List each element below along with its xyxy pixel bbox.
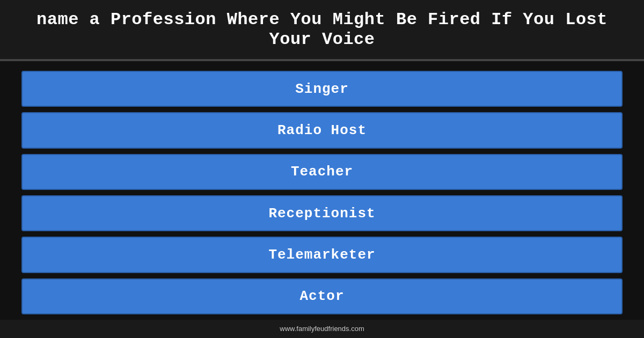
answer-row-4[interactable]: Receptionist: [21, 195, 623, 231]
answer-label-4: Receptionist: [268, 205, 375, 222]
answer-label-5: Telemarketer: [268, 247, 375, 263]
answer-row-1[interactable]: Singer: [21, 71, 623, 107]
answer-label-2: Radio Host: [277, 122, 367, 138]
answers-container: Singer Radio Host Teacher Receptionist T…: [0, 61, 644, 320]
answer-label-1: Singer: [295, 81, 349, 97]
question-header: name a Profession Where You Might Be Fir…: [0, 0, 644, 61]
answer-label-3: Teacher: [291, 164, 353, 180]
footer-url: www.familyfeudfriends.com: [280, 325, 364, 333]
answer-row-5[interactable]: Telemarketer: [21, 237, 623, 273]
answer-label-6: Actor: [299, 288, 344, 304]
answer-row-3[interactable]: Teacher: [21, 154, 623, 190]
answer-row-2[interactable]: Radio Host: [21, 112, 623, 148]
question-title: name a Profession Where You Might Be Fir…: [16, 10, 628, 49]
answer-row-6[interactable]: Actor: [21, 278, 623, 314]
footer: www.familyfeudfriends.com: [0, 320, 644, 338]
